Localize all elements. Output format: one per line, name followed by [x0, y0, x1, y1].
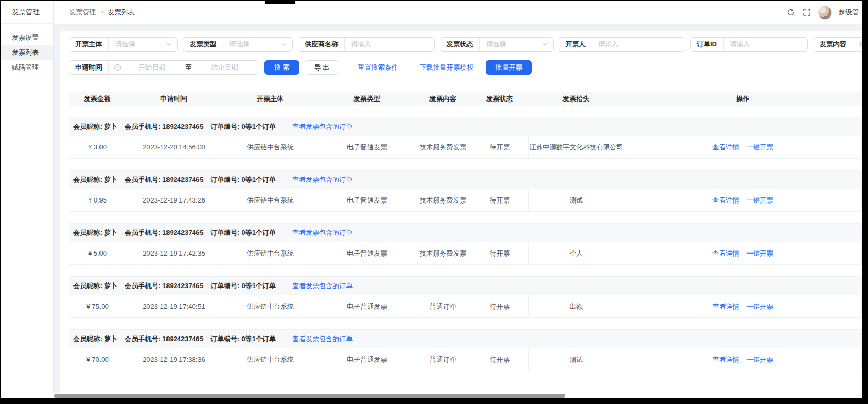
member-phone: 会员手机号: 18924237465: [125, 281, 204, 291]
cell-actions: 查看详情 一键开票: [624, 348, 861, 371]
cell-apply-time: 2023-12-20 14:56:00: [126, 136, 222, 158]
filter-placeholder: 请选择: [859, 40, 862, 49]
cell-invoice-type: 电子普通发票: [319, 295, 415, 317]
batch-invoice-button[interactable]: 批量开票: [486, 60, 532, 75]
cell-amount: ¥ 5.00: [69, 242, 126, 264]
cell-actions: 查看详情 一键开票: [624, 189, 861, 211]
view-included-orders-link[interactable]: 查看发票包含的订单: [292, 175, 353, 184]
sidebar-menu: 发票设置 发票列表 赋码管理: [1, 24, 53, 75]
view-detail-link[interactable]: 查看详情: [712, 196, 739, 205]
filter-placeholder: 请输入: [598, 40, 679, 49]
supplier-name-filter[interactable]: 供应商名称 请输入: [298, 37, 435, 52]
sidebar-title: 发票管理: [1, 1, 53, 24]
cell-subject: 供应链中台系统: [222, 295, 319, 317]
filter-row-2: 申请时间 开始日期 至 结束日期 搜 索 导 出 重置搜索条件 下载批量开票模板: [69, 60, 862, 75]
cell-apply-time: 2023-12-19 17:42:35: [126, 242, 222, 264]
date-range-body: 开始日期 至 结束日期: [109, 63, 259, 72]
table-header: 发票金额 申请时间 开票主体 发票类型 发票内容 发票状态 发票抬头 操作: [69, 92, 862, 106]
one-click-invoice-link[interactable]: 一键开票: [746, 302, 773, 311]
top-window-tab: [265, 0, 295, 4]
filter-value: 请选择: [479, 38, 553, 51]
view-detail-link[interactable]: 查看详情: [712, 302, 739, 311]
invoice-type-filter[interactable]: 发票类型 请选择: [183, 37, 293, 52]
cell-title: 个人: [529, 242, 624, 264]
table-row: ¥ 70.00 2023-12-19 17:38:36 供应链中台系统 电子普通…: [69, 348, 861, 371]
col-header-apply-time: 申请时间: [126, 94, 222, 104]
order-number: 订单编号: 0等1个订单: [210, 175, 275, 184]
apply-time-range-picker[interactable]: 申请时间 开始日期 至 结束日期: [69, 60, 259, 75]
filter-row-1: 开票主体 请选择 发票类型 请选择 供应商名称 请输入 发票状态 请选择: [69, 37, 862, 52]
one-click-invoice-link[interactable]: 一键开票: [746, 355, 773, 364]
end-date-input[interactable]: 结束日期: [196, 63, 254, 72]
col-header-status: 发票状态: [471, 94, 528, 104]
horizontal-scrollbar: [1, 393, 862, 398]
member-phone: 会员手机号: 18924237465: [125, 175, 204, 184]
view-included-orders-link[interactable]: 查看发票包含的订单: [292, 334, 353, 344]
invoice-group: 会员昵称: 萝卜 会员手机号: 18924237465 订单编号: 0等1个订单…: [69, 170, 862, 212]
cell-amount: ¥ 70.00: [69, 348, 126, 371]
view-included-orders-link[interactable]: 查看发票包含的订单: [292, 228, 353, 238]
breadcrumb-current: 发票列表: [108, 8, 135, 17]
filter-label: 订单ID: [691, 40, 723, 49]
content-area: 开票主体 请选择 发票类型 请选择 供应商名称 请输入 发票状态 请选择: [54, 24, 862, 393]
invoice-group: 会员昵称: 萝卜 会员手机号: 18924237465 订单编号: 0等1个订单…: [69, 223, 862, 265]
clock-icon: [114, 64, 121, 71]
group-header: 会员昵称: 萝卜 会员手机号: 18924237465 订单编号: 0等1个订单…: [69, 117, 861, 136]
horizontal-scrollbar-thumb[interactable]: [54, 394, 565, 398]
col-header-subject: 开票主体: [222, 94, 319, 104]
member-phone: 会员手机号: 18924237465: [125, 122, 204, 131]
cell-status: 待开票: [471, 136, 529, 158]
cell-status: 待开票: [471, 242, 529, 264]
filter-label: 供应商名称: [298, 40, 344, 49]
cell-status: 待开票: [471, 189, 529, 211]
col-header-invoice-type: 发票类型: [319, 94, 415, 104]
filter-value: 请选择: [108, 38, 177, 51]
member-nickname: 会员昵称: 萝卜: [73, 228, 118, 238]
sidebar-item-invoice-settings[interactable]: 发票设置: [1, 30, 53, 45]
sidebar-item-code-management[interactable]: 赋码管理: [1, 60, 53, 75]
group-header: 会员昵称: 萝卜 会员手机号: 18924237465 订单编号: 0等1个订单…: [69, 171, 861, 189]
view-detail-link[interactable]: 查看详情: [712, 249, 739, 258]
fullscreen-icon[interactable]: [802, 8, 811, 17]
breadcrumb-parent[interactable]: 发票管理: [69, 8, 96, 17]
table-row: ¥ 0.95 2023-12-19 17:43:26 供应链中台系统 电子普通发…: [69, 189, 861, 211]
one-click-invoice-link[interactable]: 一键开票: [746, 143, 773, 152]
search-button[interactable]: 搜 索: [264, 60, 299, 75]
col-header-actions: 操作: [624, 94, 862, 104]
sidebar-item-invoice-list[interactable]: 发票列表: [1, 45, 53, 60]
download-batch-template-link[interactable]: 下载批量开票模板: [420, 63, 473, 72]
filter-value: 请输入: [723, 38, 807, 51]
avatar[interactable]: [818, 6, 832, 20]
view-included-orders-link[interactable]: 查看发票包含的订单: [292, 122, 353, 131]
cell-status: 待开票: [471, 348, 529, 371]
one-click-invoice-link[interactable]: 一键开票: [746, 196, 773, 205]
one-click-invoice-link[interactable]: 一键开票: [746, 249, 773, 258]
view-detail-link[interactable]: 查看详情: [712, 143, 739, 152]
invoice-status-filter[interactable]: 发票状态 请选择: [440, 37, 554, 52]
group-header: 会员昵称: 萝卜 会员手机号: 18924237465 订单编号: 0等1个订单…: [69, 330, 861, 348]
export-button[interactable]: 导 出: [305, 60, 340, 75]
apply-time-label: 申请时间: [69, 61, 109, 74]
invoice-subject-filter[interactable]: 开票主体 请选择: [69, 37, 178, 52]
cell-content: 普通订单: [415, 295, 471, 317]
cell-actions: 查看详情 一键开票: [624, 242, 861, 264]
cell-apply-time: 2023-12-19 17:40:51: [126, 295, 222, 317]
filter-value: 请选择: [853, 38, 862, 51]
filter-label: 发票内容: [813, 40, 853, 49]
order-id-filter[interactable]: 订单ID 请输入: [690, 37, 808, 52]
filter-placeholder: 请选择: [486, 40, 542, 49]
view-detail-link[interactable]: 查看详情: [712, 355, 739, 364]
col-header-content: 发票内容: [415, 94, 471, 104]
member-phone: 会员手机号: 18924237465: [125, 334, 204, 344]
view-included-orders-link[interactable]: 查看发票包含的订单: [292, 281, 353, 291]
chevron-down-icon: [281, 41, 287, 47]
member-phone: 会员手机号: 18924237465: [125, 228, 204, 238]
member-nickname: 会员昵称: 萝卜: [73, 281, 118, 291]
start-date-input[interactable]: 开始日期: [123, 63, 181, 72]
invoice-group: 会员昵称: 萝卜 会员手机号: 18924237465 订单编号: 0等1个订单…: [69, 276, 862, 318]
issuer-filter[interactable]: 开票人 请输入: [559, 37, 685, 52]
cell-content: 技术服务费发票: [415, 136, 471, 158]
refresh-icon[interactable]: [786, 8, 795, 17]
invoice-content-filter[interactable]: 发票内容 请选择: [813, 37, 862, 52]
reset-search-link[interactable]: 重置搜索条件: [358, 63, 398, 72]
